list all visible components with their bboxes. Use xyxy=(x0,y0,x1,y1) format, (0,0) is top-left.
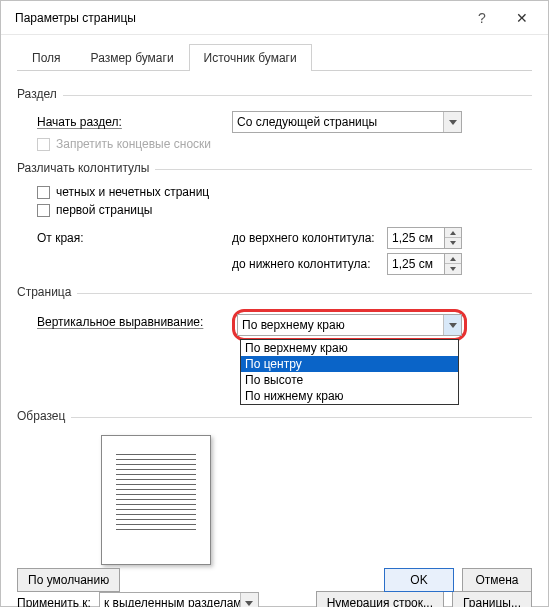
section-label-headers: Различать колонтитулы xyxy=(17,161,149,175)
spin-up-icon[interactable] xyxy=(445,228,461,238)
tab-margins[interactable]: Поля xyxy=(17,44,76,71)
section-label-sample: Образец xyxy=(17,409,65,423)
first-page-label: первой страницы xyxy=(56,203,152,217)
odd-even-label: четных и нечетных страниц xyxy=(56,185,209,199)
dialog-content: Поля Размер бумаги Источник бумаги Разде… xyxy=(1,35,548,607)
suppress-endnotes-checkbox xyxy=(37,138,50,151)
apply-select[interactable]: к выделенным разделам xyxy=(99,592,259,607)
valign-select[interactable]: По верхнему краю По верхнему краю По цен… xyxy=(237,314,462,336)
chevron-down-icon xyxy=(443,315,461,335)
tabs: Поля Размер бумаги Источник бумаги xyxy=(17,43,532,71)
ok-button[interactable]: OK xyxy=(384,568,454,592)
section-label-razdel: Раздел xyxy=(17,87,57,101)
footer-value[interactable]: 1,25 см xyxy=(387,253,445,275)
suppress-endnotes-label: Запретить концевые сноски xyxy=(56,137,211,151)
section-headers: Различать колонтитулы четных и нечетных … xyxy=(17,155,532,275)
tab-paper-size[interactable]: Размер бумаги xyxy=(76,44,189,71)
tab-paper-source[interactable]: Источник бумаги xyxy=(189,44,312,71)
section-page: Страница Вертикальное выравнивание: По в… xyxy=(17,279,532,341)
to-header-label: до верхнего колонтитула: xyxy=(232,231,387,245)
dialog-title: Параметры страницы xyxy=(15,11,462,25)
cancel-button[interactable]: Отмена xyxy=(462,568,532,592)
valign-option-center[interactable]: По центру xyxy=(241,356,458,372)
header-value[interactable]: 1,25 см xyxy=(387,227,445,249)
spin-down-icon[interactable] xyxy=(445,264,461,274)
line-numbers-button[interactable]: Нумерация строк... xyxy=(316,591,444,607)
valign-option-top[interactable]: По верхнему краю xyxy=(241,340,458,356)
apply-value: к выделенным разделам xyxy=(104,596,242,607)
help-button[interactable]: ? xyxy=(462,4,502,32)
start-section-select[interactable]: Со следующей страницы xyxy=(232,111,462,133)
valign-option-bottom[interactable]: По нижнему краю xyxy=(241,388,458,404)
dialog-footer: По умолчанию OK Отмена xyxy=(17,568,532,592)
section-sample: Образец xyxy=(17,403,532,565)
help-icon: ? xyxy=(478,10,486,26)
to-footer-label: до нижнего колонтитула: xyxy=(232,257,387,271)
section-razdel: Раздел Начать раздел: Со следующей стран… xyxy=(17,81,532,151)
close-button[interactable]: ✕ xyxy=(502,4,542,32)
highlight-annotation: По верхнему краю По верхнему краю По цен… xyxy=(232,309,467,341)
first-page-checkbox[interactable] xyxy=(37,204,50,217)
valign-dropdown: По верхнему краю По центру По высоте По … xyxy=(240,339,459,405)
valign-label: Вертикальное выравнивание: xyxy=(37,309,232,329)
start-section-label: Начать раздел: xyxy=(37,115,232,129)
default-button[interactable]: По умолчанию xyxy=(17,568,120,592)
close-icon: ✕ xyxy=(516,10,528,26)
start-section-value: Со следующей страницы xyxy=(237,115,377,129)
from-edge-label: От края: xyxy=(37,231,232,245)
page-preview xyxy=(101,435,211,565)
page-setup-dialog: Параметры страницы ? ✕ Поля Размер бумаг… xyxy=(0,0,549,607)
valign-option-justify[interactable]: По высоте xyxy=(241,372,458,388)
footer-spinner[interactable]: 1,25 см xyxy=(387,253,462,275)
chevron-down-icon xyxy=(443,112,461,132)
header-spinner[interactable]: 1,25 см xyxy=(387,227,462,249)
chevron-down-icon xyxy=(240,593,258,607)
spin-down-icon[interactable] xyxy=(445,238,461,248)
section-label-page: Страница xyxy=(17,285,71,299)
spin-up-icon[interactable] xyxy=(445,254,461,264)
valign-value: По верхнему краю xyxy=(242,318,345,332)
borders-button[interactable]: Границы... xyxy=(452,591,532,607)
titlebar: Параметры страницы ? ✕ xyxy=(1,1,548,35)
odd-even-checkbox[interactable] xyxy=(37,186,50,199)
apply-label: Применить к: xyxy=(17,596,91,607)
